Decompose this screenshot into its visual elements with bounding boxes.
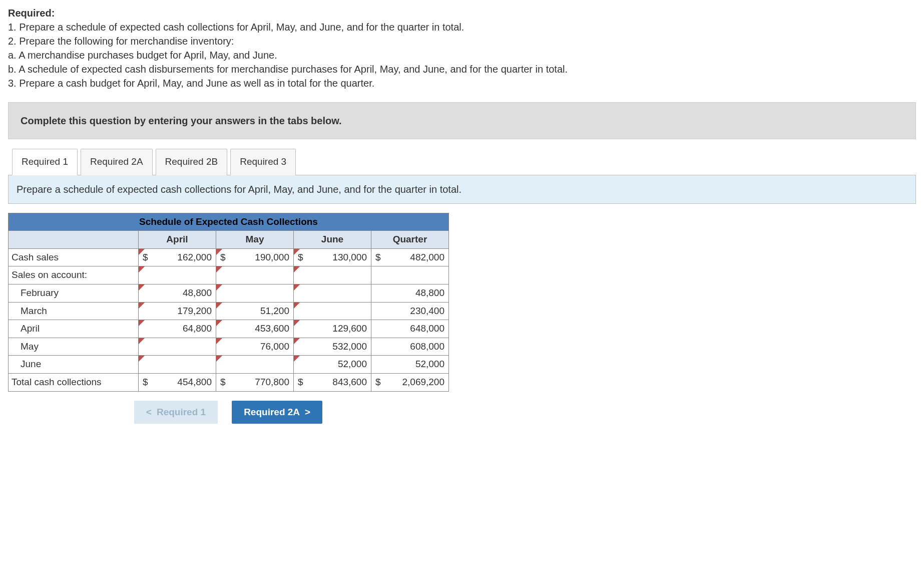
table-row: March 179,200 51,200 230,400 <box>9 302 449 320</box>
row-label: April <box>9 320 139 338</box>
next-button[interactable]: Required 2A > <box>232 401 322 424</box>
chevron-right-icon: > <box>305 406 310 419</box>
cell-input[interactable]: 76,000 <box>216 338 294 356</box>
table-row: Sales on account: <box>9 266 449 284</box>
table-row: June 52,000 52,000 <box>9 356 449 374</box>
cell-input[interactable] <box>216 356 294 374</box>
cell: 648,000 <box>371 320 449 338</box>
chevron-left-icon: < <box>146 406 152 419</box>
required-heading: Required: <box>8 6 916 20</box>
cell-input[interactable]: 129,600 <box>294 320 371 338</box>
col-quarter: Quarter <box>371 231 449 249</box>
col-may: May <box>216 231 294 249</box>
schedule-table: Schedule of Expected Cash Collections Ap… <box>8 213 449 392</box>
cell-input[interactable] <box>294 266 371 284</box>
cell: $770,800 <box>216 373 294 391</box>
instruction-line: 3. Prepare a cash budget for April, May,… <box>8 76 916 90</box>
instruction-line: a. A merchandise purchases budget for Ap… <box>8 48 916 62</box>
instruction-line: 2. Prepare the following for merchandise… <box>8 34 916 48</box>
table-title: Schedule of Expected Cash Collections <box>139 216 318 227</box>
cell: 52,000 <box>371 356 449 374</box>
prev-label: Required 1 <box>157 406 206 419</box>
nav-row: < Required 1 Required 2A > <box>8 401 448 424</box>
cell-input[interactable] <box>216 266 294 284</box>
table-row: Total cash collections $454,800 $770,800… <box>9 373 449 391</box>
next-label: Required 2A <box>244 406 300 419</box>
cell-input[interactable] <box>294 284 371 302</box>
cell-input[interactable] <box>139 338 216 356</box>
cell-input[interactable]: 64,800 <box>139 320 216 338</box>
cell-input[interactable]: 179,200 <box>139 302 216 320</box>
cell: $2,069,200 <box>371 373 449 391</box>
cell-input[interactable]: $190,000 <box>216 248 294 266</box>
tabs-row: Required 1 Required 2A Required 2B Requi… <box>8 148 916 175</box>
tab-content: Schedule of Expected Cash Collections Ap… <box>8 204 916 424</box>
table-row: February 48,800 48,800 <box>9 284 449 302</box>
col-june: June <box>294 231 371 249</box>
cell-input[interactable] <box>294 302 371 320</box>
instruction-line: 1. Prepare a schedule of expected cash c… <box>8 20 916 34</box>
table-row: May 76,000 532,000 608,000 <box>9 338 449 356</box>
row-label: May <box>9 338 139 356</box>
prev-button[interactable]: < Required 1 <box>134 401 218 424</box>
cell <box>371 266 449 284</box>
cell: 48,800 <box>371 284 449 302</box>
cell: $482,000 <box>371 248 449 266</box>
row-label: Sales on account: <box>9 266 139 284</box>
row-label: Cash sales <box>9 248 139 266</box>
cell: $454,800 <box>139 373 216 391</box>
cell-input[interactable]: 52,000 <box>294 356 371 374</box>
tab-required-2a[interactable]: Required 2A <box>81 149 153 175</box>
row-label: June <box>9 356 139 374</box>
tab-description: Prepare a schedule of expected cash coll… <box>8 175 916 204</box>
tab-required-3[interactable]: Required 3 <box>230 149 296 175</box>
row-label: March <box>9 302 139 320</box>
cell: $843,600 <box>294 373 371 391</box>
instruction-line: b. A schedule of expected cash disbursem… <box>8 62 916 76</box>
cell-input[interactable]: 48,800 <box>139 284 216 302</box>
tab-required-2b[interactable]: Required 2B <box>156 149 228 175</box>
prompt-bar: Complete this question by entering your … <box>8 102 916 139</box>
table-row: Cash sales $162,000 $190,000 $130,000 $4… <box>9 248 449 266</box>
row-label: Total cash collections <box>9 373 139 391</box>
instructions-block: Required: 1. Prepare a schedule of expec… <box>8 6 916 90</box>
cell-input[interactable] <box>139 356 216 374</box>
table-row: April 64,800 453,600 129,600 648,000 <box>9 320 449 338</box>
cell-input[interactable]: $130,000 <box>294 248 371 266</box>
cell: 608,000 <box>371 338 449 356</box>
cell: 230,400 <box>371 302 449 320</box>
row-label: February <box>9 284 139 302</box>
cell-input[interactable]: 532,000 <box>294 338 371 356</box>
tab-required-1[interactable]: Required 1 <box>12 149 78 175</box>
cell-input[interactable]: $162,000 <box>139 248 216 266</box>
cell-input[interactable] <box>139 266 216 284</box>
cell-input[interactable]: 51,200 <box>216 302 294 320</box>
cell-input[interactable] <box>216 284 294 302</box>
col-april: April <box>139 231 216 249</box>
cell-input[interactable]: 453,600 <box>216 320 294 338</box>
